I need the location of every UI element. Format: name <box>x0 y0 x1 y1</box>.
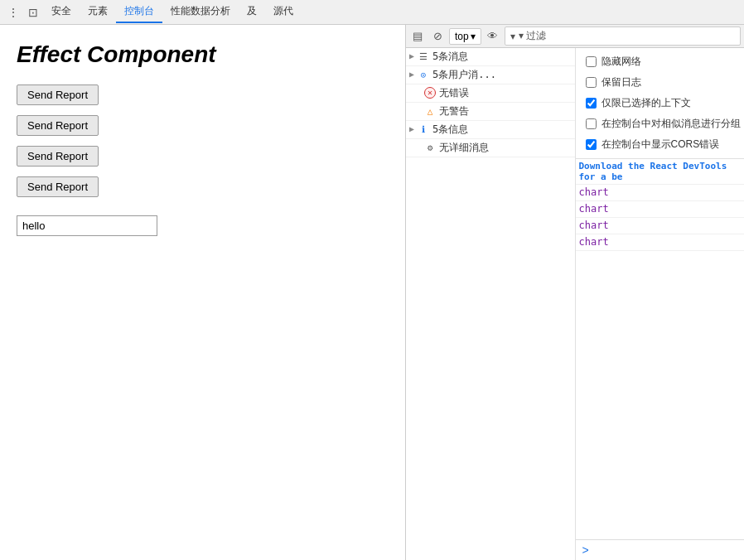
send-report-button-3[interactable]: Send Report <box>17 146 99 167</box>
console-block-icon[interactable]: ⊘ <box>429 28 446 45</box>
settings-panel: 隐藏网络 保留日志 仅限已选择的上下文 在控制台中对相似消息进行分组 <box>576 48 745 159</box>
show-cors-checkbox[interactable] <box>586 139 597 150</box>
settings-row-hide-network: 隐藏网络 <box>576 51 745 72</box>
chart-text-3: chart <box>579 220 742 231</box>
console-output-chart-4: chart <box>576 234 745 251</box>
show-cors-label: 在控制台中显示CORS错误 <box>601 138 720 152</box>
console-msg-errors[interactable]: ✕ 无错误 <box>406 84 575 103</box>
hello-input[interactable] <box>17 215 157 236</box>
msg-label-warnings: 无警告 <box>439 104 572 118</box>
only-selected-label: 仅限已选择的上下文 <box>601 96 691 110</box>
send-report-button-1[interactable]: Send Report <box>17 84 99 105</box>
only-selected-checkbox[interactable] <box>586 98 597 109</box>
context-dropdown-label: top <box>455 31 469 42</box>
filter-box[interactable]: ▾ ▾ 过滤 <box>505 27 741 46</box>
console-output-devtools-link: Download the React DevTools for a be <box>576 159 745 185</box>
gear-icon: ⚙ <box>424 142 436 153</box>
console-msg-warnings[interactable]: △ 无警告 <box>406 103 575 121</box>
device-toggle-icon[interactable]: ⊡ <box>23 2 43 22</box>
settings-row-group-similar: 在控制台中对相似消息进行分组 <box>576 113 745 134</box>
console-msg-verbose[interactable]: ⚙ 无详细消息 <box>406 139 575 157</box>
devtools-right-panel: ▤ ⊘ top ▾ 👁 ▾ ▾ 过滤 ▶ ☰ 5条消息 ▶ <box>406 25 744 560</box>
tab-console[interactable]: 控制台 <box>116 1 162 23</box>
chart-text-2: chart <box>579 203 742 215</box>
context-dropdown-arrow: ▾ <box>471 31 476 42</box>
devtools-link-text[interactable]: Download the React DevTools for a be <box>579 161 742 182</box>
msg-label-user: 5条用户消... <box>432 68 571 82</box>
console-output-chart-3: chart <box>576 218 745 234</box>
sidebar-toggle-icon[interactable]: ⋮ <box>3 2 23 22</box>
context-dropdown[interactable]: top ▾ <box>449 28 481 45</box>
tab-sources[interactable]: 源代 <box>265 1 302 23</box>
group-similar-label: 在控制台中对相似消息进行分组 <box>601 117 741 131</box>
msg-label-verbose: 无详细消息 <box>439 141 572 155</box>
error-icon: ✕ <box>424 87 436 99</box>
list-icon: ☰ <box>418 51 429 62</box>
tab-performance[interactable]: 性能数据分析 <box>162 1 239 23</box>
msg-label-info: 5条信息 <box>432 123 571 137</box>
console-msg-user[interactable]: ▶ ⊙ 5条用户消... <box>406 66 575 84</box>
settings-row-keep-log: 保留日志 <box>576 72 745 93</box>
tab-elements[interactable]: 元素 <box>80 1 116 23</box>
msg-label-errors: 无错误 <box>439 86 572 100</box>
console-output: Download the React DevTools for a be cha… <box>576 159 745 539</box>
chart-text-1: chart <box>579 186 742 198</box>
tab-security[interactable]: 安全 <box>43 1 80 23</box>
eye-icon[interactable]: 👁 <box>485 28 501 45</box>
console-output-chart-1: chart <box>576 185 745 201</box>
warn-icon: △ <box>424 105 436 117</box>
console-output-chart-2: chart <box>576 201 745 218</box>
page-title: Effect Component <box>17 41 389 68</box>
filter-label: ▾ 过滤 <box>519 29 546 43</box>
filter-icon: ▾ <box>510 31 515 42</box>
group-similar-checkbox[interactable] <box>586 118 597 129</box>
chart-text-4: chart <box>579 236 742 248</box>
send-report-button-2[interactable]: Send Report <box>17 115 99 136</box>
expand-arrow-user[interactable]: ▶ <box>409 70 414 79</box>
console-right-area: 隐藏网络 保留日志 仅限已选择的上下文 在控制台中对相似消息进行分组 <box>576 48 745 560</box>
settings-row-only-selected: 仅限已选择的上下文 <box>576 93 745 113</box>
console-message-list: ▶ ☰ 5条消息 ▶ ⊙ 5条用户消... ✕ 无错误 △ 无警告 <box>406 48 576 560</box>
page-panel: Effect Component Send Report Send Report… <box>0 25 406 560</box>
msg-label-messages: 5条消息 <box>432 50 571 64</box>
hide-network-checkbox[interactable] <box>586 56 597 67</box>
console-sidebar-icon[interactable]: ▤ <box>409 28 426 45</box>
user-icon: ⊙ <box>418 69 429 80</box>
console-toolbar: ▤ ⊘ top ▾ 👁 ▾ ▾ 过滤 <box>406 25 744 48</box>
tab-amp[interactable]: 及 <box>239 1 265 23</box>
prompt-arrow: > <box>582 543 589 557</box>
hide-network-label: 隐藏网络 <box>601 55 641 69</box>
console-msg-messages[interactable]: ▶ ☰ 5条消息 <box>406 48 575 66</box>
devtools-tab-bar: ⋮ ⊡ 安全 元素 控制台 性能数据分析 及 源代 <box>0 0 744 25</box>
send-report-button-4[interactable]: Send Report <box>17 176 99 197</box>
console-msg-info[interactable]: ▶ ℹ 5条信息 <box>406 121 575 139</box>
expand-arrow-messages[interactable]: ▶ <box>409 51 414 60</box>
console-prompt-area: > <box>576 539 745 560</box>
info-icon: ℹ <box>418 123 429 135</box>
settings-row-show-cors: 在控制台中显示CORS错误 <box>576 134 745 155</box>
expand-arrow-info[interactable]: ▶ <box>409 124 414 133</box>
keep-log-label: 保留日志 <box>601 75 641 89</box>
keep-log-checkbox[interactable] <box>586 77 597 88</box>
